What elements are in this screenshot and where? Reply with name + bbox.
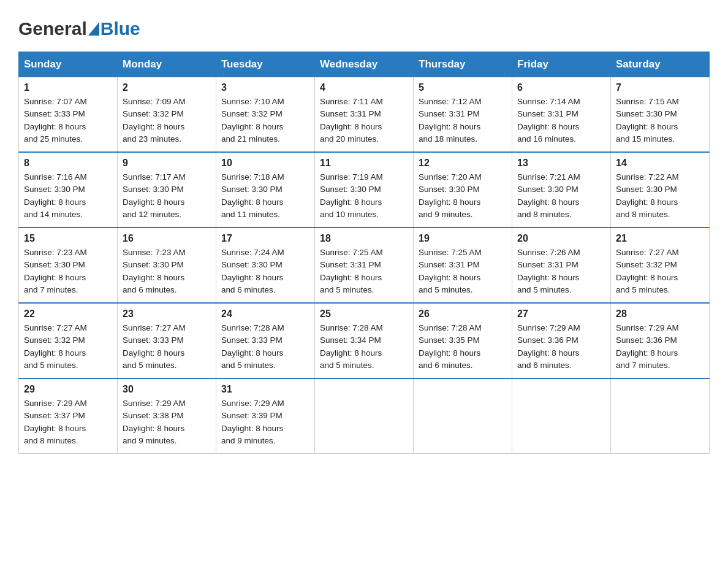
day-number: 18 [320,233,408,244]
day-number: 14 [616,158,704,169]
day-number: 30 [123,384,211,395]
day-info: Sunrise: 7:27 AMSunset: 3:33 PMDaylight:… [123,323,186,370]
day-number: 29 [24,384,112,395]
calendar-cell: 21 Sunrise: 7:27 AMSunset: 3:32 PMDaylig… [611,228,710,303]
day-number: 31 [221,384,309,395]
day-number: 6 [517,82,605,93]
svg-marker-0 [88,22,99,36]
day-number: 15 [24,233,112,244]
day-number: 17 [221,233,309,244]
day-info: Sunrise: 7:29 AMSunset: 3:36 PMDaylight:… [517,323,580,370]
calendar-cell: 25 Sunrise: 7:28 AMSunset: 3:34 PMDaylig… [315,303,414,378]
day-info: Sunrise: 7:25 AMSunset: 3:31 PMDaylight:… [320,248,383,294]
day-info: Sunrise: 7:09 AMSunset: 3:32 PMDaylight:… [123,97,186,144]
calendar-body: 1 Sunrise: 7:07 AMSunset: 3:33 PMDayligh… [19,77,710,454]
day-number: 13 [517,158,605,169]
header-friday: Friday [512,52,611,77]
calendar-cell: 15 Sunrise: 7:23 AMSunset: 3:30 PMDaylig… [19,228,118,303]
calendar-cell: 20 Sunrise: 7:26 AMSunset: 3:31 PMDaylig… [512,228,611,303]
day-info: Sunrise: 7:28 AMSunset: 3:35 PMDaylight:… [419,323,482,370]
day-info: Sunrise: 7:17 AMSunset: 3:30 PMDaylight:… [123,172,186,219]
day-info: Sunrise: 7:11 AMSunset: 3:31 PMDaylight:… [320,97,383,144]
calendar-header-row: SundayMondayTuesdayWednesdayThursdayFrid… [19,52,710,77]
calendar-cell: 11 Sunrise: 7:19 AMSunset: 3:30 PMDaylig… [315,152,414,228]
calendar-cell: 22 Sunrise: 7:27 AMSunset: 3:32 PMDaylig… [19,303,118,378]
day-info: Sunrise: 7:29 AMSunset: 3:36 PMDaylight:… [616,323,679,370]
day-info: Sunrise: 7:27 AMSunset: 3:32 PMDaylight:… [616,248,679,294]
calendar-cell: 4 Sunrise: 7:11 AMSunset: 3:31 PMDayligh… [315,77,414,153]
day-info: Sunrise: 7:21 AMSunset: 3:30 PMDaylight:… [517,172,580,219]
day-info: Sunrise: 7:25 AMSunset: 3:31 PMDaylight:… [419,248,482,294]
day-number: 8 [24,158,112,169]
calendar-cell: 17 Sunrise: 7:24 AMSunset: 3:30 PMDaylig… [216,228,315,303]
day-info: Sunrise: 7:18 AMSunset: 3:30 PMDaylight:… [221,172,284,219]
calendar-cell: 10 Sunrise: 7:18 AMSunset: 3:30 PMDaylig… [216,152,315,228]
day-info: Sunrise: 7:29 AMSunset: 3:39 PMDaylight:… [221,399,284,445]
day-number: 1 [24,82,112,93]
logo: General Blue [18,18,140,39]
logo-general-text: General [18,18,87,39]
calendar-cell: 3 Sunrise: 7:10 AMSunset: 3:32 PMDayligh… [216,77,315,153]
day-info: Sunrise: 7:12 AMSunset: 3:31 PMDaylight:… [419,97,482,144]
logo-triangle-icon [88,22,99,38]
calendar-cell: 18 Sunrise: 7:25 AMSunset: 3:31 PMDaylig… [315,228,414,303]
calendar-cell [512,378,611,454]
day-info: Sunrise: 7:26 AMSunset: 3:31 PMDaylight:… [517,248,580,294]
day-info: Sunrise: 7:24 AMSunset: 3:30 PMDaylight:… [221,248,284,294]
header-saturday: Saturday [611,52,710,77]
calendar-cell: 28 Sunrise: 7:29 AMSunset: 3:36 PMDaylig… [611,303,710,378]
day-info: Sunrise: 7:22 AMSunset: 3:30 PMDaylight:… [616,172,679,219]
day-number: 25 [320,308,408,320]
calendar-cell: 1 Sunrise: 7:07 AMSunset: 3:33 PMDayligh… [19,77,118,153]
header-monday: Monday [118,52,216,77]
day-info: Sunrise: 7:28 AMSunset: 3:34 PMDaylight:… [320,323,383,370]
calendar-week-3: 15 Sunrise: 7:23 AMSunset: 3:30 PMDaylig… [19,228,710,303]
day-number: 23 [123,308,211,320]
calendar-cell: 27 Sunrise: 7:29 AMSunset: 3:36 PMDaylig… [512,303,611,378]
day-number: 11 [320,158,408,169]
calendar-cell: 26 Sunrise: 7:28 AMSunset: 3:35 PMDaylig… [414,303,512,378]
calendar-cell: 16 Sunrise: 7:23 AMSunset: 3:30 PMDaylig… [118,228,216,303]
calendar-cell [315,378,414,454]
day-info: Sunrise: 7:16 AMSunset: 3:30 PMDaylight:… [24,172,87,219]
day-info: Sunrise: 7:10 AMSunset: 3:32 PMDaylight:… [221,97,284,144]
header-thursday: Thursday [414,52,512,77]
calendar-week-1: 1 Sunrise: 7:07 AMSunset: 3:33 PMDayligh… [19,77,710,153]
day-number: 16 [123,233,211,244]
calendar-cell: 30 Sunrise: 7:29 AMSunset: 3:38 PMDaylig… [118,378,216,454]
calendar-cell: 9 Sunrise: 7:17 AMSunset: 3:30 PMDayligh… [118,152,216,228]
calendar-cell: 29 Sunrise: 7:29 AMSunset: 3:37 PMDaylig… [19,378,118,454]
day-number: 2 [123,82,211,93]
day-number: 12 [419,158,507,169]
header-sunday: Sunday [19,52,118,77]
day-number: 28 [616,308,704,320]
day-number: 3 [221,82,309,93]
day-info: Sunrise: 7:27 AMSunset: 3:32 PMDaylight:… [24,323,87,370]
calendar-cell: 2 Sunrise: 7:09 AMSunset: 3:32 PMDayligh… [118,77,216,153]
day-number: 20 [517,233,605,244]
day-number: 5 [419,82,507,93]
calendar-cell: 8 Sunrise: 7:16 AMSunset: 3:30 PMDayligh… [19,152,118,228]
page-header: General Blue [18,12,710,39]
calendar-cell [414,378,512,454]
day-number: 7 [616,82,704,93]
day-number: 26 [419,308,507,320]
day-info: Sunrise: 7:20 AMSunset: 3:30 PMDaylight:… [419,172,482,219]
header-wednesday: Wednesday [315,52,414,77]
calendar-cell: 14 Sunrise: 7:22 AMSunset: 3:30 PMDaylig… [611,152,710,228]
day-info: Sunrise: 7:23 AMSunset: 3:30 PMDaylight:… [24,248,87,294]
day-number: 22 [24,308,112,320]
calendar-cell: 5 Sunrise: 7:12 AMSunset: 3:31 PMDayligh… [414,77,512,153]
day-number: 4 [320,82,408,93]
calendar-cell: 12 Sunrise: 7:20 AMSunset: 3:30 PMDaylig… [414,152,512,228]
day-info: Sunrise: 7:23 AMSunset: 3:30 PMDaylight:… [123,248,186,294]
calendar-cell: 13 Sunrise: 7:21 AMSunset: 3:30 PMDaylig… [512,152,611,228]
day-number: 10 [221,158,309,169]
calendar-week-2: 8 Sunrise: 7:16 AMSunset: 3:30 PMDayligh… [19,152,710,228]
day-info: Sunrise: 7:29 AMSunset: 3:37 PMDaylight:… [24,399,87,445]
day-number: 24 [221,308,309,320]
calendar-cell [611,378,710,454]
logo-blue-text: Blue [100,18,140,39]
day-info: Sunrise: 7:07 AMSunset: 3:33 PMDaylight:… [24,97,87,144]
calendar-week-5: 29 Sunrise: 7:29 AMSunset: 3:37 PMDaylig… [19,378,710,454]
